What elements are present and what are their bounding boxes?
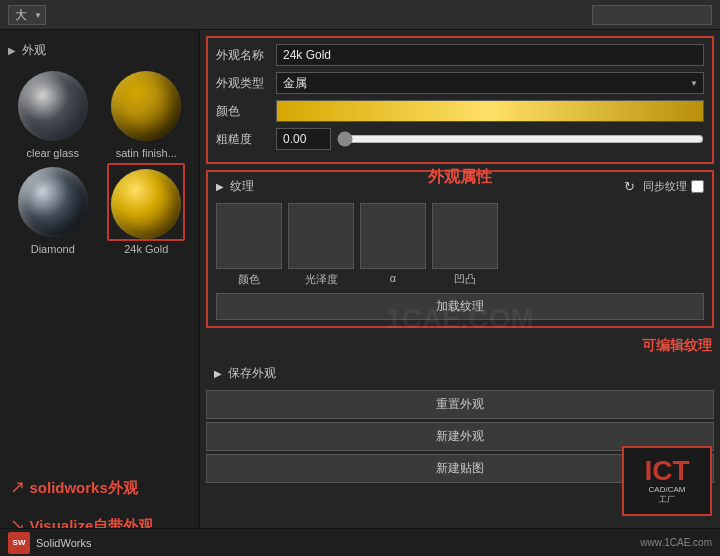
- material-label-satin-finish: satin finish...: [116, 147, 177, 159]
- material-label-diamond: Diamond: [31, 243, 75, 255]
- sphere-satin-icon: [111, 71, 181, 141]
- texture-thumb-label-gloss: 光泽度: [305, 272, 338, 287]
- material-thumb-24k-gold: [107, 163, 185, 241]
- texture-header: ▶ 纹理 ↻ 同步纹理: [216, 178, 704, 195]
- top-bar: 大: [0, 0, 720, 30]
- material-thumb-satin-finish: [107, 67, 185, 145]
- annotation-solidworks-label: solidworks外观: [29, 479, 137, 496]
- save-section: ▶ 保存外观: [206, 361, 714, 386]
- editable-texture-label: 可编辑纹理: [642, 337, 712, 353]
- sw-icon: SW: [8, 532, 30, 554]
- save-header: ▶ 保存外观: [214, 365, 706, 382]
- material-label-24k-gold: 24k Gold: [124, 243, 168, 255]
- appearance-type-row: 外观类型 金属: [216, 72, 704, 94]
- properties-section: 外观名称 外观类型 金属 颜色 粗糙度: [206, 36, 714, 164]
- material-item-satin-finish[interactable]: satin finish...: [102, 67, 192, 159]
- sphere-diamond-icon: [18, 167, 88, 237]
- solidworks-logo-area: SW SolidWorks: [8, 532, 91, 554]
- right-panel: 外观名称 外观类型 金属 颜色 粗糙度: [200, 30, 720, 556]
- appearance-type-label: 外观类型: [216, 75, 276, 92]
- texture-thumb-alpha: [360, 203, 426, 269]
- reset-appearance-button[interactable]: 重置外观: [206, 390, 714, 419]
- ict-logo: ICT CAD/CAM 工厂: [622, 446, 712, 516]
- texture-section: ▶ 纹理 ↻ 同步纹理 外观属性 颜色 光泽度: [206, 170, 714, 328]
- left-panel: ▶ 外观 clear glass satin finish...: [0, 30, 200, 556]
- sphere-gold-icon: [111, 169, 181, 239]
- annotations-area: ↗ solidworks外观 ↘ Visualize自带外观: [10, 476, 153, 536]
- material-item-clear-glass[interactable]: clear glass: [8, 67, 98, 159]
- texture-thumb-label-bump: 凹凸: [454, 272, 476, 287]
- texture-thumb-item-bump[interactable]: 凹凸: [432, 203, 498, 287]
- texture-thumb-label-alpha: α: [390, 272, 396, 284]
- save-title: 保存外观: [228, 365, 276, 382]
- main-layout: ▶ 外观 clear glass satin finish...: [0, 30, 720, 556]
- texture-thumb-item-color[interactable]: 颜色: [216, 203, 282, 287]
- roughness-input[interactable]: [276, 128, 331, 150]
- search-input[interactable]: [592, 5, 712, 25]
- material-item-24k-gold[interactable]: 24k Gold: [102, 163, 192, 255]
- load-texture-button[interactable]: 加载纹理: [216, 293, 704, 320]
- appearance-name-input[interactable]: [276, 44, 704, 66]
- size-dropdown[interactable]: 大: [8, 5, 46, 25]
- texture-thumb-bump: [432, 203, 498, 269]
- ict-text: ICT: [644, 457, 689, 485]
- sync-texture-checkbox[interactable]: [691, 180, 704, 193]
- sphere-clear-glass-icon: [18, 71, 88, 141]
- appearance-name-row: 外观名称: [216, 44, 704, 66]
- texture-thumbs: 颜色 光泽度 α 凹凸: [216, 203, 704, 287]
- appearance-type-dropdown[interactable]: 金属: [276, 72, 704, 94]
- roughness-label: 粗糙度: [216, 131, 276, 148]
- material-thumb-diamond: [14, 163, 92, 241]
- appearance-name-label: 外观名称: [216, 47, 276, 64]
- arrow-solidworks-icon: ↗: [10, 477, 25, 497]
- appearance-type-dropdown-wrap[interactable]: 金属: [276, 72, 704, 94]
- texture-arrow-icon: ▶: [216, 181, 224, 192]
- material-item-diamond[interactable]: Diamond: [8, 163, 98, 255]
- section-arrow-icon: ▶: [8, 45, 16, 56]
- size-dropdown-wrap[interactable]: 大: [8, 5, 46, 25]
- website-label: www.1CAE.com: [640, 537, 712, 548]
- texture-thumb-label-color: 颜色: [238, 272, 260, 287]
- texture-thumb-item-alpha[interactable]: α: [360, 203, 426, 287]
- roughness-slider[interactable]: [337, 131, 704, 147]
- appearance-section-header: ▶ 外观: [0, 38, 199, 63]
- color-row: 颜色: [216, 100, 704, 122]
- roughness-row: 粗糙度: [216, 128, 704, 150]
- bottom-bar: SW SolidWorks www.1CAE.com: [0, 528, 720, 556]
- texture-thumb-color: [216, 203, 282, 269]
- texture-title: 纹理: [230, 178, 624, 195]
- texture-thumb-gloss: [288, 203, 354, 269]
- color-label: 颜色: [216, 103, 276, 120]
- sync-texture-label: 同步纹理: [643, 179, 687, 194]
- sw-label: SolidWorks: [36, 537, 91, 549]
- section-label: 外观: [22, 42, 46, 59]
- texture-thumb-item-gloss[interactable]: 光泽度: [288, 203, 354, 287]
- save-arrow-icon: ▶: [214, 368, 222, 379]
- material-grid: clear glass satin finish... Diamond: [0, 63, 199, 259]
- ict-sub: CAD/CAM 工厂: [649, 485, 686, 506]
- color-swatch[interactable]: [276, 100, 704, 122]
- material-label-clear-glass: clear glass: [26, 147, 79, 159]
- material-thumb-clear-glass: [14, 67, 92, 145]
- texture-refresh-icon[interactable]: ↻: [624, 179, 635, 194]
- editable-texture-row: 可编辑纹理: [200, 334, 720, 357]
